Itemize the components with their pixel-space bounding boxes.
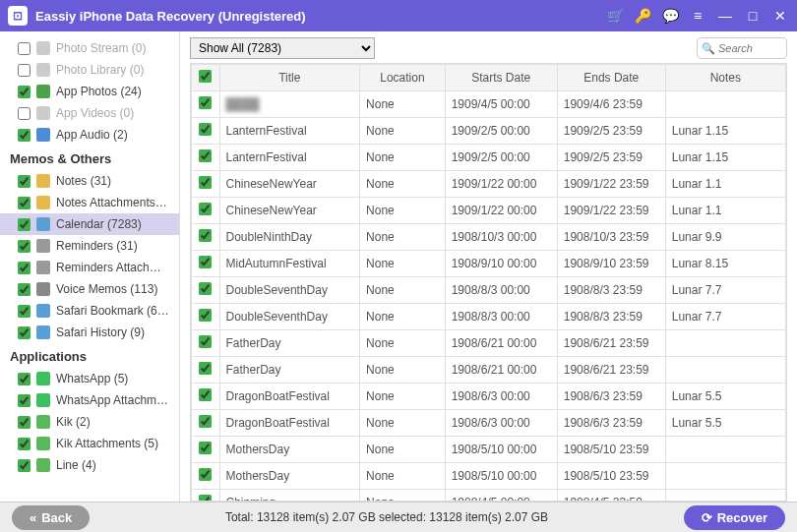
row-checkbox-cell[interactable]	[192, 384, 220, 410]
table-row[interactable]: DoubleSeventhDayNone1908/8/3 00:001908/8…	[192, 304, 786, 330]
sidebar[interactable]: Photo Stream (0)Photo Library (0)App Pho…	[0, 31, 180, 502]
row-checkbox[interactable]	[199, 229, 212, 242]
sidebar-item[interactable]: Reminders Attachmen...	[0, 257, 179, 278]
column-header[interactable]: Starts Date	[445, 65, 557, 91]
sidebar-item[interactable]: Kik Attachments (5)	[0, 433, 179, 454]
select-all-checkbox[interactable]	[199, 70, 212, 83]
row-checkbox-cell[interactable]	[192, 330, 220, 357]
sidebar-item[interactable]: Notes (31)	[0, 170, 179, 192]
sidebar-checkbox[interactable]	[18, 459, 31, 472]
cart-icon[interactable]: 🛒	[606, 8, 624, 24]
table-row[interactable]: FatherDayNone1908/6/21 00:001908/6/21 23…	[192, 330, 786, 357]
row-checkbox-cell[interactable]	[192, 357, 220, 384]
row-checkbox[interactable]	[199, 123, 212, 136]
row-checkbox-cell[interactable]	[192, 171, 220, 198]
sidebar-checkbox[interactable]	[18, 326, 31, 339]
sidebar-item[interactable]: Calendar (7283)	[0, 213, 179, 235]
sidebar-checkbox[interactable]	[18, 305, 31, 318]
recover-button[interactable]: ⟳ Recover	[684, 505, 785, 530]
sidebar-checkbox[interactable]	[18, 175, 31, 188]
sidebar-item[interactable]: App Photos (24)	[0, 81, 179, 102]
row-checkbox[interactable]	[199, 388, 212, 401]
column-header[interactable]: Notes	[665, 65, 785, 91]
sidebar-item[interactable]: WhatsApp (5)	[0, 368, 179, 389]
sidebar-checkbox[interactable]	[18, 107, 31, 120]
row-checkbox[interactable]	[199, 256, 212, 268]
row-checkbox[interactable]	[199, 468, 212, 481]
sidebar-item[interactable]: App Videos (0)	[0, 102, 179, 124]
row-checkbox[interactable]	[199, 309, 212, 322]
search-input[interactable]	[718, 42, 777, 54]
table-row[interactable]: MothersDayNone1908/5/10 00:001908/5/10 2…	[192, 463, 786, 490]
chat-icon[interactable]: 💬	[661, 8, 679, 24]
row-checkbox-cell[interactable]	[192, 410, 220, 437]
table-row[interactable]: FatherDayNone1908/6/21 00:001908/6/21 23…	[192, 357, 786, 384]
table-row[interactable]: LanternFestivalNone1909/2/5 00:001909/2/…	[192, 118, 786, 145]
sidebar-item[interactable]: Voice Memos (113)	[0, 278, 179, 300]
sidebar-item[interactable]: WhatsApp Attachmen...	[0, 389, 179, 411]
row-checkbox-cell[interactable]	[192, 304, 220, 330]
row-checkbox[interactable]	[199, 362, 212, 375]
sidebar-checkbox[interactable]	[18, 64, 31, 77]
key-icon[interactable]: 🔑	[634, 8, 651, 24]
sidebar-checkbox[interactable]	[18, 218, 31, 231]
column-header[interactable]: Title	[219, 65, 360, 91]
row-checkbox[interactable]	[199, 203, 212, 215]
row-checkbox[interactable]	[199, 495, 212, 502]
sidebar-item[interactable]: App Audio (2)	[0, 124, 179, 146]
row-checkbox-cell[interactable]	[192, 437, 220, 463]
table-row[interactable]: ChineseNewYearNone1909/1/22 00:001909/1/…	[192, 198, 786, 224]
row-checkbox-cell[interactable]	[192, 277, 220, 304]
row-checkbox-cell[interactable]	[192, 91, 220, 118]
sidebar-item[interactable]: Kik (2)	[0, 411, 179, 433]
select-all-header[interactable]	[192, 65, 220, 91]
row-checkbox[interactable]	[199, 415, 212, 428]
row-checkbox-cell[interactable]	[192, 145, 220, 171]
back-button[interactable]: « Back	[12, 505, 90, 530]
row-checkbox[interactable]	[199, 96, 212, 109]
table-row[interactable]: DragonBoatFestivalNone1908/6/3 00:001908…	[192, 384, 786, 410]
row-checkbox[interactable]	[199, 442, 212, 454]
sidebar-item[interactable]: Safari Bookmark (653)	[0, 300, 179, 322]
sidebar-item[interactable]: Line (4)	[0, 454, 179, 476]
search-box[interactable]: 🔍	[697, 37, 787, 59]
table-row[interactable]: ChinmingNone1908/4/5 00:001908/4/5 23:59	[192, 490, 786, 502]
sidebar-item[interactable]: Photo Stream (0)	[0, 37, 179, 59]
table-row[interactable]: MothersDayNone1908/5/10 00:001908/5/10 2…	[192, 437, 786, 463]
row-checkbox-cell[interactable]	[192, 251, 220, 277]
table-row[interactable]: DoubleNinthDayNone1908/10/3 00:001908/10…	[192, 224, 786, 251]
minimize-icon[interactable]: —	[716, 8, 734, 24]
row-checkbox-cell[interactable]	[192, 118, 220, 145]
row-checkbox[interactable]	[199, 149, 212, 162]
row-checkbox[interactable]	[199, 282, 212, 295]
sidebar-item[interactable]: Photo Library (0)	[0, 59, 179, 81]
sidebar-checkbox[interactable]	[18, 240, 31, 253]
sidebar-checkbox[interactable]	[18, 416, 31, 429]
menu-icon[interactable]: ≡	[689, 8, 706, 24]
sidebar-checkbox[interactable]	[18, 394, 31, 407]
table-row[interactable]: DoubleSeventhDayNone1908/8/3 00:001908/8…	[192, 277, 786, 304]
sidebar-checkbox[interactable]	[18, 42, 31, 55]
table-row[interactable]: ChineseNewYearNone1909/1/22 00:001909/1/…	[192, 171, 786, 198]
sidebar-checkbox[interactable]	[18, 283, 31, 296]
table-row[interactable]: DragonBoatFestivalNone1908/6/3 00:001908…	[192, 410, 786, 437]
sidebar-checkbox[interactable]	[18, 373, 31, 385]
table-row[interactable]: ████None1909/4/5 00:001909/4/6 23:59	[192, 91, 786, 118]
sidebar-checkbox[interactable]	[18, 262, 31, 274]
sidebar-checkbox[interactable]	[18, 86, 31, 98]
row-checkbox[interactable]	[199, 176, 212, 189]
sidebar-item[interactable]: Notes Attachments (24)	[0, 192, 179, 213]
table-row[interactable]: MidAutumnFestivalNone1908/9/10 00:001908…	[192, 251, 786, 277]
filter-select[interactable]: Show All (7283)	[190, 37, 375, 59]
sidebar-item[interactable]: Safari History (9)	[0, 322, 179, 343]
column-header[interactable]: Location	[360, 65, 446, 91]
row-checkbox-cell[interactable]	[192, 224, 220, 251]
row-checkbox-cell[interactable]	[192, 198, 220, 224]
row-checkbox[interactable]	[199, 335, 212, 348]
sidebar-checkbox[interactable]	[18, 197, 31, 209]
table-row[interactable]: LanternFestivalNone1909/2/5 00:001909/2/…	[192, 145, 786, 171]
row-checkbox-cell[interactable]	[192, 463, 220, 490]
data-table[interactable]: TitleLocationStarts DateEnds DateNotes █…	[190, 63, 787, 502]
column-header[interactable]: Ends Date	[557, 65, 665, 91]
sidebar-item[interactable]: Reminders (31)	[0, 235, 179, 257]
